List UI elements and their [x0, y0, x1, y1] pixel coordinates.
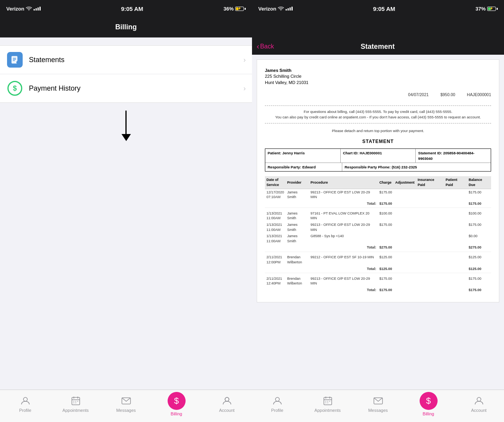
cell-pp: [444, 189, 467, 200]
info-row-2: Responsible Party: Edward Responsible Pa…: [265, 163, 491, 171]
back-label: Back: [260, 43, 274, 50]
total-row: Total: $175.00 $175.00: [265, 200, 491, 208]
wifi-icon-right: [278, 6, 284, 12]
svg-rect-1: [12, 56, 17, 63]
phone-cell: Responsible Party Phone: (516) 232-2325: [342, 163, 491, 171]
tab-profile-left[interactable]: Profile: [0, 395, 50, 413]
tab-messages-left[interactable]: Messages: [101, 395, 151, 413]
th-insurance: Insurance Paid: [416, 176, 444, 189]
cell-bal: $175.00: [467, 189, 491, 200]
statements-icon-container: [6, 51, 23, 68]
billing-label-right: Billing: [423, 411, 434, 416]
cell-charge: $100.00: [378, 210, 394, 222]
left-tab-bar: Profile Appointments: [0, 390, 252, 422]
patient-val: Jenny Harris: [282, 151, 305, 155]
statement-nav-bar: ‹ Back Statement: [252, 17, 504, 55]
cell-procedure: 99213 - OFFICE O/P EST LOW 20-29 MIN: [309, 275, 378, 287]
carrier-right: Verizon: [258, 6, 276, 12]
account-label-right: Account: [471, 408, 487, 413]
table-row: 1/13/202111:00AM James Smith 97161 - PT …: [265, 210, 491, 222]
table-row: 2/11/202112:40PM BrendanWilberton 99213 …: [265, 275, 491, 287]
left-status-bar: Verizon 9:05 AM 36% ⚡: [0, 0, 252, 17]
battery-percent-right: 37%: [475, 6, 486, 12]
account-icon-left: [222, 395, 232, 406]
left-nav-bar: Billing: [0, 17, 252, 38]
cell-charge: $175.00: [378, 275, 394, 287]
patient-addr2: Hunt Valley, MD 21031: [265, 80, 491, 86]
statements-chevron: ›: [243, 56, 246, 64]
cell-date: 2/11/202112:40PM: [265, 275, 286, 287]
info-grid: Patient: Jenny Harris Chart ID: HAJE0000…: [265, 148, 491, 172]
footer-text-1: For questions about billing, call (443) …: [265, 109, 491, 114]
payment-history-label: Payment History: [29, 84, 243, 93]
appointments-icon-left: [70, 395, 81, 406]
back-chevron-icon: ‹: [257, 42, 259, 51]
billing-title: Billing: [115, 23, 137, 31]
wifi-icon-left: [26, 6, 32, 12]
cell-charge: $125.00: [378, 254, 394, 265]
svg-point-32: [477, 397, 481, 401]
tab-billing-right[interactable]: $ Billing: [403, 392, 454, 416]
cell-date: 1/13/202111:00AM: [265, 210, 286, 222]
summary-amount: $950.00: [440, 92, 455, 98]
tab-appointments-left[interactable]: Appointments: [50, 395, 101, 413]
billing-footer: For questions about billing, call (443) …: [265, 106, 491, 124]
cell-adj: [393, 189, 416, 200]
cell-charge: $175.00: [378, 222, 394, 233]
tab-account-left[interactable]: Account: [202, 395, 252, 413]
cell-charge: [378, 233, 394, 244]
left-status-time: 9:05 AM: [121, 5, 143, 12]
patient-address: James Smith 225 Schilling Circle Hunt Va…: [265, 68, 491, 86]
left-status-left: Verizon: [6, 6, 41, 12]
statement-content[interactable]: James Smith 225 Schilling Circle Hunt Va…: [252, 55, 504, 390]
right-status-time: 9:05 AM: [373, 5, 395, 12]
right-tab-bar: Profile Appointments: [252, 390, 504, 422]
chart-cell: Chart ID: HAJE000001: [341, 149, 416, 163]
svg-point-21: [275, 397, 279, 401]
cell-date: 2/11/202112:00PM: [265, 254, 286, 265]
battery-percent-left: 36%: [223, 6, 234, 12]
right-status-bar: Verizon 9:05 AM 37% ⚡: [252, 0, 504, 17]
payment-history-menu-item[interactable]: $ Payment History ›: [0, 74, 252, 102]
summary-date: 04/07/2021: [408, 92, 429, 98]
statement-heading: STATEMENT: [265, 138, 491, 145]
tab-profile-right[interactable]: Profile: [252, 395, 302, 413]
cell-charge: $175.00: [378, 189, 394, 200]
back-button[interactable]: ‹ Back: [252, 42, 279, 51]
th-charge: Charge: [378, 176, 394, 189]
billing-icon-left: $: [168, 392, 186, 410]
table-row: 1/13/202111:00AM James Smith G8588 - Sys…: [265, 233, 491, 244]
payment-icon: $: [7, 80, 23, 96]
th-date: Date ofService: [265, 176, 286, 189]
tab-messages-right[interactable]: Messages: [353, 395, 403, 413]
detach-line: Please detach and return top portion wit…: [265, 128, 491, 133]
svg-point-0: [29, 10, 29, 11]
th-balance: Balance Due: [467, 176, 491, 189]
profile-icon-right: [272, 395, 283, 406]
arrow-container: [0, 103, 252, 145]
tab-appointments-right[interactable]: Appointments: [302, 395, 353, 413]
battery-icon-right: ⚡: [487, 7, 498, 11]
cell-provider: James Smith: [286, 210, 309, 222]
phone-val: (516) 232-2325: [391, 165, 417, 169]
appointments-label-left: Appointments: [63, 408, 89, 413]
patient-addr1: 225 Schilling Circle: [265, 73, 491, 79]
cell-procedure: 99213 - OFFICE O/P EST LOW 20-29 MIN: [309, 189, 378, 200]
svg-point-20: [281, 10, 281, 11]
total-label: Total:: [265, 200, 378, 208]
cell-bal: $100.00: [467, 210, 491, 222]
tab-account-right[interactable]: Account: [454, 395, 504, 413]
statement-title: Statement: [279, 43, 477, 51]
th-provider: Provider: [286, 176, 309, 189]
th-patient-paid: Patient Paid: [444, 176, 467, 189]
appointments-icon-right: [322, 395, 333, 406]
phone-label: Responsible Party Phone:: [345, 165, 391, 169]
cell-procedure: 99212 - OFFICE O/P EST SF 10-19 MIN: [309, 254, 378, 265]
messages-label-right: Messages: [368, 408, 388, 413]
statements-label: Statements: [29, 56, 243, 64]
cell-date: 12/17/202007:10AM: [265, 189, 286, 200]
total-row: Total: $125.00 $125.00: [265, 266, 491, 273]
statements-menu-item[interactable]: Statements ›: [0, 46, 252, 74]
tab-billing-left[interactable]: $ Billing: [151, 392, 202, 416]
table-row: 1/13/202111:00AM James Smith 99213 - OFF…: [265, 222, 491, 233]
